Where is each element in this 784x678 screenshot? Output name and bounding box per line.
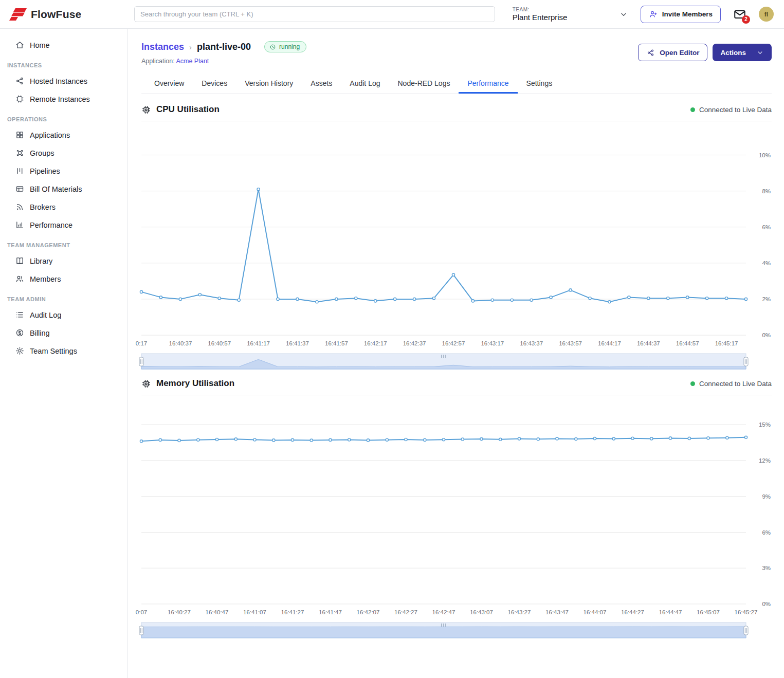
svg-text:16:42:57: 16:42:57: [442, 340, 465, 346]
svg-text:4%: 4%: [762, 260, 771, 266]
svg-text:16:41:17: 16:41:17: [247, 340, 270, 346]
breadcrumb: Instances › plant-live-00 running: [141, 41, 306, 52]
flowfuse-logo[interactable]: FlowFuse: [0, 8, 127, 21]
svg-text:16:40:57: 16:40:57: [208, 340, 231, 346]
sidebar-item-audit-log[interactable]: Audit Log: [0, 306, 127, 324]
sidebar-item-brokers[interactable]: Brokers: [0, 198, 127, 216]
application-link[interactable]: Acme Plant: [176, 58, 209, 65]
sidebar-item-home[interactable]: Home: [0, 36, 127, 54]
brokers-icon: [15, 203, 24, 211]
svg-text:16:40:47: 16:40:47: [206, 609, 229, 615]
sidebar-item-label: Performance: [30, 221, 72, 229]
team-settings-icon: [15, 346, 24, 355]
sidebar-item-label: Remote Instances: [30, 95, 90, 103]
svg-text:16:43:17: 16:43:17: [481, 340, 504, 346]
svg-text:16:41:57: 16:41:57: [325, 340, 348, 346]
application-line: Application: Acme Plant: [141, 58, 306, 65]
sidebar-item-library[interactable]: Library: [0, 252, 127, 270]
svg-text:15%: 15%: [759, 422, 771, 428]
application-label: Application:: [141, 58, 175, 65]
svg-text:16:43:37: 16:43:37: [520, 340, 543, 346]
cpu-chart-range-navigator[interactable]: [141, 352, 772, 372]
main-content: Instances › plant-live-00 running Applic…: [127, 29, 784, 678]
invite-members-button[interactable]: Invite Members: [641, 6, 721, 23]
tab-audit-log[interactable]: Audit Log: [341, 74, 389, 94]
sidebar-section-instances: INSTANCES: [0, 54, 127, 72]
tab-settings[interactable]: Settings: [518, 74, 561, 94]
tab-node-red-logs[interactable]: Node-RED Logs: [389, 74, 459, 94]
performance-icon: [15, 221, 24, 229]
user-avatar[interactable]: fl: [759, 7, 774, 22]
sidebar-item-team-settings[interactable]: Team Settings: [0, 342, 127, 360]
team-selector[interactable]: TEAM: Plant Enterprise: [513, 7, 628, 22]
flowfuse-logo-icon: [9, 8, 27, 21]
cpu-utilisation-chart: 0%2%4%6%8%10%0:1716:40:3716:40:5716:41:1…: [141, 121, 772, 350]
tab-assets[interactable]: Assets: [302, 74, 341, 94]
svg-text:0%: 0%: [762, 601, 771, 607]
svg-text:2%: 2%: [762, 296, 771, 302]
open-editor-label: Open Editor: [660, 49, 699, 57]
sidebar-item-groups[interactable]: Groups: [0, 144, 127, 162]
tab-devices[interactable]: Devices: [193, 74, 236, 94]
svg-text:16:44:17: 16:44:17: [598, 340, 621, 346]
open-editor-button[interactable]: Open Editor: [638, 44, 707, 61]
tab-performance[interactable]: Performance: [459, 74, 517, 94]
actions-button[interactable]: Actions: [713, 44, 772, 61]
sidebar-item-label: Groups: [30, 149, 54, 157]
breadcrumb-chevron-icon: ›: [189, 43, 192, 51]
sidebar-item-applications[interactable]: Applications: [0, 126, 127, 144]
tab-overview[interactable]: Overview: [145, 74, 193, 94]
chevron-down-icon: [756, 49, 764, 57]
svg-text:16:44:57: 16:44:57: [676, 340, 699, 346]
live-data-dot-icon: [690, 107, 695, 112]
sidebar-item-pipelines[interactable]: Pipelines: [0, 162, 127, 180]
svg-text:0:07: 0:07: [136, 609, 147, 615]
topbar-actions: TEAM: Plant Enterprise Invite Members 2 …: [513, 6, 774, 23]
team-name: Plant Enterprise: [513, 13, 568, 22]
svg-text:6%: 6%: [762, 224, 771, 230]
status-badge-label: running: [279, 43, 300, 50]
sidebar-item-label: Applications: [30, 131, 70, 139]
sidebar-item-label: Library: [30, 257, 52, 265]
memory-chart-range-navigator[interactable]: [141, 620, 772, 641]
top-bar: FlowFuse TEAM: Plant Enterprise Invite M…: [0, 0, 784, 29]
billing-icon: [15, 328, 24, 337]
sidebar-item-members[interactable]: Members: [0, 270, 127, 288]
instance-name: plant-live-00: [197, 42, 251, 52]
svg-text:16:42:27: 16:42:27: [394, 609, 417, 615]
actions-label: Actions: [720, 49, 746, 57]
svg-text:8%: 8%: [762, 188, 771, 194]
cpu-live-status-label: Connected to Live Data: [699, 106, 772, 114]
memory-chip-icon: [141, 379, 151, 389]
sidebar-item-label: Home: [30, 41, 50, 49]
svg-text:16:43:27: 16:43:27: [508, 609, 531, 615]
memory-live-status-label: Connected to Live Data: [699, 380, 772, 388]
svg-text:16:42:37: 16:42:37: [403, 340, 426, 346]
svg-text:16:40:27: 16:40:27: [168, 609, 191, 615]
sidebar-item-hosted-instances[interactable]: Hosted Instances: [0, 72, 127, 90]
sidebar-item-billing[interactable]: Billing: [0, 324, 127, 342]
tab-version-history[interactable]: Version History: [236, 74, 302, 94]
notifications-button[interactable]: 2: [733, 8, 746, 21]
members-icon: [15, 274, 24, 283]
notification-badge: 2: [742, 15, 750, 24]
svg-text:16:45:17: 16:45:17: [715, 340, 738, 346]
sidebar: HomeINSTANCESHosted InstancesRemote Inst…: [0, 29, 127, 678]
library-icon: [15, 256, 24, 265]
sidebar-item-performance[interactable]: Performance: [0, 216, 127, 234]
svg-text:6%: 6%: [762, 529, 771, 536]
sidebar-item-label: Brokers: [30, 203, 56, 211]
sidebar-item-label: Bill Of Materials: [30, 185, 82, 193]
editor-icon: [646, 48, 655, 57]
applications-icon: [15, 131, 24, 139]
breadcrumb-instances-link[interactable]: Instances: [141, 42, 184, 52]
svg-text:16:40:37: 16:40:37: [169, 340, 192, 346]
groups-icon: [15, 149, 24, 157]
memory-live-status: Connected to Live Data: [690, 380, 772, 388]
cpu-section-title: CPU Utilisation: [156, 104, 220, 115]
sidebar-item-label: Audit Log: [30, 311, 61, 319]
svg-text:16:42:47: 16:42:47: [432, 609, 455, 615]
search-input[interactable]: [134, 6, 495, 22]
sidebar-item-bill-of-materials[interactable]: Bill Of Materials: [0, 180, 127, 198]
sidebar-item-remote-instances[interactable]: Remote Instances: [0, 90, 127, 108]
